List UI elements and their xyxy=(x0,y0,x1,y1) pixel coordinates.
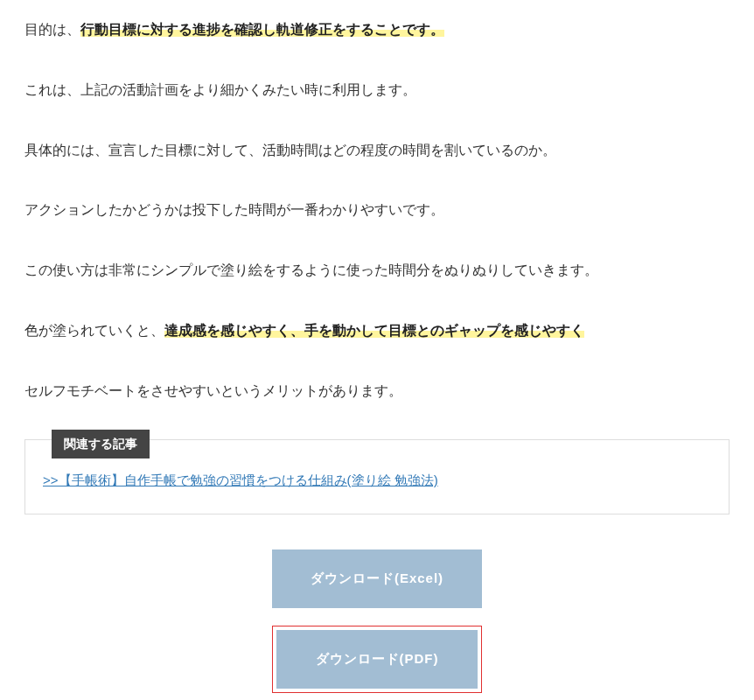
paragraph-purpose: 目的は、行動目標に対する進捗を確認し軌道修正をすることです。 xyxy=(24,18,730,43)
related-title: 関連する記事 xyxy=(52,430,150,458)
download-excel-row: ダウンロード(Excel) xyxy=(24,550,730,608)
paragraph-6: 色が塗られていくと、達成感を感じやすく、手を動かして目標とのギャップを感じやすく xyxy=(24,318,730,344)
related-link[interactable]: >>【手帳術】自作手帳で勉強の習慣をつける仕組み(塗り絵 勉強法) xyxy=(43,472,438,487)
download-pdf-button[interactable]: ダウンロード(PDF) xyxy=(276,630,478,689)
download-pdf-row: ダウンロード(PDF) xyxy=(24,626,730,693)
download-excel-button[interactable]: ダウンロード(Excel) xyxy=(272,550,482,608)
text-pre: 色が塗られていくと、 xyxy=(24,323,164,338)
paragraph-2: これは、上記の活動計画をより細かくみたい時に利用します。 xyxy=(24,78,730,103)
pdf-highlight-frame: ダウンロード(PDF) xyxy=(272,626,482,693)
related-articles-box: 関連する記事 >>【手帳術】自作手帳で勉強の習慣をつける仕組み(塗り絵 勉強法) xyxy=(24,439,730,515)
paragraph-5: この使い方は非常にシンプルで塗り絵をするように使った時間分をぬりぬりしていきます… xyxy=(24,258,730,284)
text-pre: 目的は、 xyxy=(24,22,80,37)
paragraph-4: アクションしたかどうかは投下した時間が一番わかりやすいです。 xyxy=(24,198,730,223)
text-highlight: 達成感を感じやすく、手を動かして目標とのギャップを感じやすく xyxy=(164,323,584,338)
paragraph-3: 具体的には、宣言した目標に対して、活動時間はどの程度の時間を割いているのか。 xyxy=(24,138,730,164)
paragraph-7: セルフモチベートをさせやすいというメリットがあります。 xyxy=(24,379,730,404)
text-highlight: 行動目標に対する進捗を確認し軌道修正をすることです。 xyxy=(80,22,444,37)
